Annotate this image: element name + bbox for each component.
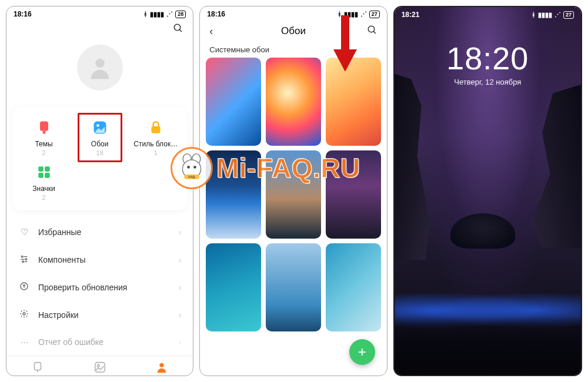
status-time: 18:16 [14, 10, 32, 18]
tile-label: Обои [73, 140, 126, 148]
wallpaper-art [395, 72, 430, 260]
svg-line-1 [180, 29, 182, 32]
tab-themes[interactable] [6, 361, 69, 376]
categories-card: Темы 2 Обои 18 Стиль блок… 1 [12, 107, 187, 210]
gear-icon [18, 309, 30, 320]
svg-marker-28 [333, 49, 357, 72]
svg-rect-20 [34, 363, 41, 370]
wallpaper-thumb[interactable] [266, 58, 321, 146]
tile-label: Темы [17, 140, 71, 148]
battery-icon: 27 [369, 11, 380, 18]
list-item-settings[interactable]: Настройки › [12, 301, 187, 329]
list-item-label: Избранные [38, 227, 81, 237]
update-icon [18, 282, 30, 293]
wallpaper-thumb[interactable] [326, 243, 381, 331]
back-button[interactable]: ‹ [209, 25, 213, 38]
add-wallpaper-fab[interactable]: + [349, 339, 375, 365]
lock-icon [147, 119, 165, 136]
list-item-label: Настройки [38, 310, 79, 320]
list-item-updates[interactable]: Проверить обновления › [12, 273, 187, 301]
svg-rect-11 [45, 173, 50, 178]
svg-point-6 [96, 124, 99, 127]
wallpaper-art [532, 83, 581, 248]
svg-line-26 [373, 31, 376, 33]
bluetooth-icon: ᚼ [143, 11, 148, 18]
svg-point-12 [21, 256, 23, 257]
section-title: Системные обои [200, 39, 386, 58]
svg-point-2 [95, 59, 104, 68]
page-header: ‹ Обои [200, 19, 386, 39]
svg-point-24 [160, 363, 164, 367]
status-time: 18:16 [207, 10, 225, 18]
tile-row: Темы 2 Обои 18 Стиль блок… 1 [16, 115, 183, 205]
tile-count: 2 [17, 149, 71, 156]
list-item-report[interactable]: ⋯ Отчет об ошибке › [12, 329, 187, 356]
themes-icon [35, 119, 53, 136]
svg-rect-5 [93, 122, 106, 134]
svg-rect-9 [45, 166, 50, 172]
status-bar: 18:21 ᚼ ▮▮▮▮ ⋰ 27 [395, 7, 581, 20]
search-icon[interactable] [173, 23, 183, 36]
header-actions [6, 19, 193, 40]
chevron-right-icon: › [179, 337, 182, 347]
signal-icon: ▮▮▮▮ [538, 11, 552, 19]
search-icon[interactable] [367, 25, 377, 38]
wallpaper-art [395, 316, 581, 375]
wallpapers-icon [91, 119, 109, 136]
annotation-arrow-icon [332, 15, 358, 74]
battery-icon: 27 [563, 11, 574, 19]
list-item-components[interactable]: Компоненты › [12, 246, 187, 273]
tile-icons[interactable]: Значки 2 [16, 160, 72, 205]
svg-rect-8 [38, 166, 44, 172]
tab-wallpapers[interactable] [69, 361, 131, 376]
wallpaper-thumb[interactable] [266, 150, 321, 239]
apps-icon [35, 163, 53, 181]
list-item-favorites[interactable]: ♡ Избранные › [12, 219, 187, 246]
chevron-right-icon: › [179, 310, 182, 320]
battery-icon: 28 [175, 11, 186, 18]
settings-list: ♡ Избранные › Компоненты › Проверить обн… [12, 219, 187, 356]
svg-rect-27 [341, 15, 349, 51]
wifi-icon: ⋰ [166, 11, 173, 18]
report-icon: ⋯ [18, 337, 30, 347]
screen-1-profile: 18:16 ᚼ ▮▮▮▮ ⋰ 28 Темы 2 [6, 6, 193, 376]
lock-date: Четверг, 12 ноября [454, 78, 521, 86]
svg-point-25 [368, 26, 375, 32]
avatar[interactable] [77, 45, 123, 91]
status-time: 18:21 [402, 11, 420, 19]
wallpaper-art [450, 213, 515, 249]
tile-count: 18 [73, 149, 126, 156]
avatar-block[interactable] [6, 45, 193, 91]
tab-profile[interactable] [131, 361, 193, 376]
wallpaper-thumb[interactable] [206, 243, 261, 331]
wallpaper-thumb[interactable] [206, 58, 261, 146]
svg-point-14 [25, 259, 27, 260]
wifi-icon: ⋰ [360, 11, 367, 18]
status-bar: 18:16 ᚼ ▮▮▮▮ ⋰ 27 [200, 6, 386, 19]
wallpaper-thumb[interactable] [266, 243, 321, 331]
status-right: ᚼ ▮▮▮▮ ⋰ 27 [532, 11, 574, 19]
svg-point-23 [97, 364, 99, 367]
wallpaper-grid [200, 58, 386, 376]
chevron-right-icon: › [179, 283, 182, 292]
lockscreen[interactable]: 18:21 ᚼ ▮▮▮▮ ⋰ 27 18:20 Четверг, 12 нояб… [395, 7, 581, 375]
lock-time: 18:20 [446, 40, 529, 76]
wifi-icon: ⋰ [554, 11, 561, 19]
status-right: ᚼ ▮▮▮▮ ⋰ 28 [143, 11, 186, 18]
svg-point-19 [23, 313, 25, 315]
tile-wallpapers[interactable]: Обои 18 [72, 115, 128, 160]
svg-point-0 [175, 24, 181, 31]
chevron-right-icon: › [179, 255, 182, 264]
svg-point-33 [193, 166, 196, 169]
bluetooth-icon: ᚼ [532, 11, 536, 18]
tile-lockstyle[interactable]: Стиль блок… 1 [128, 115, 183, 160]
wallpaper-thumb[interactable] [326, 150, 381, 239]
screen-2-wallpapers: 18:16 ᚼ ▮▮▮▮ ⋰ 27 ‹ Обои Системные обои … [199, 6, 387, 376]
page-title: Обои [281, 25, 306, 37]
svg-rect-10 [38, 173, 44, 178]
svg-rect-3 [40, 122, 48, 131]
wallpaper-thumb[interactable] [206, 150, 261, 239]
screen-3-lockscreen: 18:21 ᚼ ▮▮▮▮ ⋰ 27 18:20 Четверг, 12 нояб… [393, 6, 582, 376]
svg-rect-7 [151, 126, 160, 133]
tile-themes[interactable]: Темы 2 [16, 115, 72, 160]
